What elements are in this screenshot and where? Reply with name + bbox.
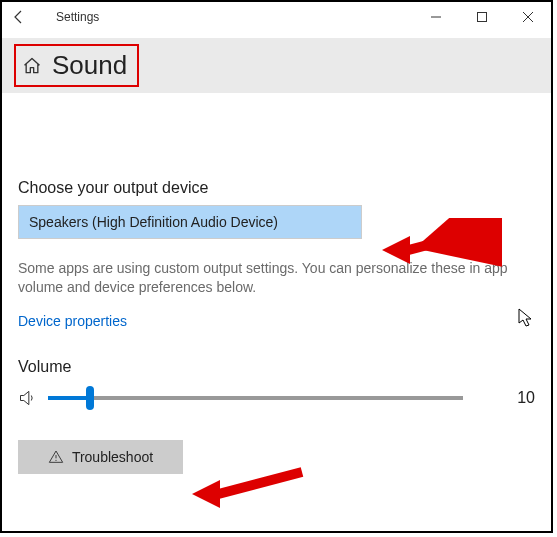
volume-slider-fill <box>48 396 90 400</box>
output-hint-text: Some apps are using custom output settin… <box>18 259 528 297</box>
volume-value: 10 <box>495 389 535 407</box>
back-button[interactable] <box>2 2 36 32</box>
page-title: Sound <box>52 50 127 81</box>
warning-icon <box>48 449 64 465</box>
home-icon <box>22 56 42 76</box>
output-device-dropdown[interactable]: Speakers (High Definition Audio Device) <box>18 205 362 239</box>
titlebar: Settings <box>2 2 551 32</box>
close-button[interactable] <box>505 2 551 32</box>
minimize-button[interactable] <box>413 2 459 32</box>
output-device-selected: Speakers (High Definition Audio Device) <box>29 214 278 230</box>
close-icon <box>523 12 533 22</box>
content-area: Choose your output device Speakers (High… <box>2 93 551 474</box>
maximize-icon <box>477 12 487 22</box>
maximize-button[interactable] <box>459 2 505 32</box>
device-properties-link[interactable]: Device properties <box>18 313 127 329</box>
troubleshoot-button[interactable]: Troubleshoot <box>18 440 183 474</box>
svg-point-5 <box>55 460 56 461</box>
svg-line-7 <box>207 472 302 497</box>
page-title-highlight: Sound <box>14 44 139 87</box>
volume-label: Volume <box>18 358 535 376</box>
troubleshoot-label: Troubleshoot <box>72 449 153 465</box>
arrow-left-icon <box>11 9 27 25</box>
output-device-label: Choose your output device <box>18 179 535 197</box>
page-header: Sound <box>2 38 551 93</box>
volume-row: 10 <box>18 388 535 408</box>
window-controls <box>413 2 551 32</box>
svg-rect-1 <box>478 13 487 22</box>
app-title: Settings <box>56 10 99 24</box>
volume-slider-thumb[interactable] <box>86 386 94 410</box>
settings-window: Settings Sound Choose your output device… <box>0 0 553 533</box>
minimize-icon <box>431 12 441 22</box>
speaker-icon <box>18 388 38 408</box>
volume-slider[interactable] <box>48 396 463 400</box>
